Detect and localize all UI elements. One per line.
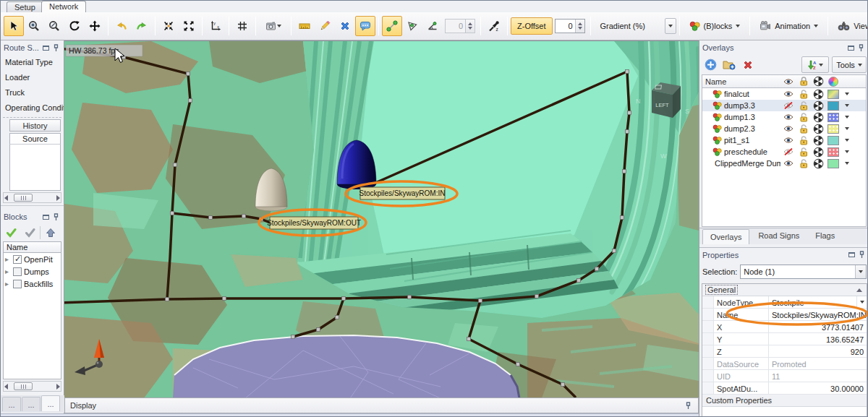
lock-icon[interactable] (796, 147, 811, 157)
chevron-down-icon[interactable] (855, 265, 866, 278)
stockpile-in-label[interactable]: Stockpiles/SkywayROM:IN (359, 187, 446, 199)
visibility-toggle-icon[interactable] (780, 137, 796, 144)
viewport-3d[interactable]: N S W LEFT (64, 40, 699, 397)
lock-column-icon[interactable] (796, 77, 811, 86)
property-row-y[interactable]: Y136.65247 (702, 333, 867, 345)
swatch-dropdown[interactable] (841, 150, 853, 153)
property-value[interactable]: 30.00000 (769, 382, 867, 394)
history-list[interactable] (9, 145, 61, 191)
select-tool-button[interactable] (4, 16, 24, 36)
lock-icon[interactable] (796, 159, 811, 168)
collapse-icon[interactable] (856, 288, 862, 292)
property-row-datasource[interactable]: DataSourcePromoted (702, 358, 867, 370)
labels-toggle-button[interactable] (355, 16, 375, 36)
color-swatch[interactable] (827, 124, 839, 134)
property-row-name[interactable]: NameStockpiles/SkywayROM:IN (702, 309, 867, 321)
views-menu-button[interactable]: Views (831, 17, 868, 35)
pinwheel-icon[interactable] (811, 147, 826, 158)
color-swatch[interactable] (827, 113, 839, 122)
lock-icon[interactable] (796, 90, 811, 99)
history-header[interactable]: History (9, 119, 61, 132)
checkbox[interactable] (13, 267, 22, 276)
pinwheel-icon[interactable] (811, 100, 826, 111)
scroll-left-icon[interactable] (4, 384, 8, 390)
scrollbar-thumb[interactable] (14, 194, 33, 202)
add-overlay-button[interactable] (702, 56, 719, 73)
scroll-left-icon[interactable] (4, 195, 8, 201)
color-swatch[interactable] (827, 90, 839, 99)
tab-road-signs[interactable]: Road Signs (751, 228, 807, 244)
property-row-x[interactable]: X3773.01407 (702, 321, 867, 333)
overlay-row[interactable]: dump2.3 (702, 123, 866, 134)
nav-cube[interactable]: LEFT (652, 82, 681, 118)
rotate-view-button[interactable] (64, 16, 85, 36)
mini-tab-2[interactable]: ... (22, 397, 41, 411)
angle-tool-button[interactable]: z (422, 16, 443, 36)
measure-button[interactable] (294, 16, 315, 36)
property-row-z[interactable]: Z920 (702, 345, 867, 358)
add-folder-button[interactable] (720, 56, 738, 73)
expander-icon[interactable]: ▸ (5, 280, 11, 288)
pinwheel-icon[interactable] (811, 89, 826, 100)
swatch-dropdown[interactable] (841, 104, 853, 107)
route-item-loader[interactable]: Loader (1, 70, 64, 85)
property-value[interactable]: Stockpiles/SkywayROM:IN (769, 309, 867, 320)
tree-item-dumps[interactable]: ▸Dumps (4, 265, 61, 278)
swatch-dropdown[interactable] (841, 139, 853, 142)
lasso-select-button[interactable] (402, 16, 422, 36)
property-value[interactable]: 136.65247 (769, 333, 867, 345)
spinner-arrows-icon[interactable] (575, 20, 584, 33)
history-scrollbar[interactable] (3, 192, 61, 203)
snapshot-button[interactable] (259, 16, 288, 36)
check-all-button[interactable] (2, 225, 20, 241)
chevron-down-icon[interactable] (856, 296, 867, 308)
maximize-icon[interactable] (846, 250, 856, 260)
blocks-scrollbar[interactable] (3, 381, 61, 392)
pinwheel-icon[interactable] (811, 135, 826, 146)
draw-link-button[interactable] (382, 16, 402, 36)
display-bar[interactable]: Display (64, 397, 699, 413)
swatch-dropdown[interactable] (841, 162, 853, 165)
pinwheel-icon[interactable] (811, 112, 826, 123)
pin-icon[interactable] (683, 400, 693, 410)
swatch-dropdown[interactable] (841, 127, 853, 130)
maximize-icon[interactable] (41, 43, 51, 53)
overlay-row[interactable]: finalcut (702, 88, 866, 100)
visibility-toggle-icon[interactable] (780, 160, 796, 167)
tools-menu-button[interactable]: Tools (832, 56, 867, 73)
gradient-mode-button[interactable]: Gradient (%) (594, 17, 663, 35)
pick-z-button[interactable]: z (484, 16, 504, 36)
scrollbar-thumb[interactable] (14, 382, 33, 390)
expand-view-button[interactable] (179, 16, 199, 36)
pan-button[interactable] (85, 16, 105, 36)
scroll-right-icon[interactable] (56, 195, 60, 201)
pinwheel-column-icon[interactable] (811, 76, 826, 87)
source-column-header[interactable]: Source (9, 133, 61, 145)
visibility-toggle-icon[interactable] (780, 90, 796, 98)
expander-icon[interactable]: ▸ (5, 267, 11, 275)
visibility-toggle-icon[interactable] (780, 102, 796, 109)
property-value[interactable]: 3773.01407 (769, 321, 867, 332)
group-custom-properties[interactable]: Custom Properties (702, 395, 867, 407)
swatch-dropdown[interactable] (841, 93, 853, 95)
lock-icon[interactable] (796, 113, 811, 122)
blocks-menu-button[interactable]: (B)locks (683, 17, 747, 35)
overlay-row[interactable]: dump1.3 (702, 111, 866, 123)
pin-icon[interactable] (51, 212, 61, 222)
color-swatch[interactable] (827, 101, 839, 111)
uncheck-all-button[interactable] (21, 225, 38, 241)
color-swatch[interactable] (827, 147, 839, 157)
remove-overlay-button[interactable] (739, 56, 757, 73)
tab-flags[interactable]: Flags (808, 228, 842, 244)
selection-combobox[interactable]: Node (1) (740, 265, 867, 279)
zoom-button[interactable] (44, 16, 64, 36)
tab-overlays[interactable]: Overlays (702, 229, 749, 244)
delete-button[interactable] (335, 16, 355, 36)
color-swatch[interactable] (827, 159, 839, 168)
tree-item-openpit[interactable]: ▸OpenPit (4, 253, 61, 265)
lock-icon[interactable] (796, 136, 811, 145)
pin-icon[interactable] (51, 43, 61, 53)
visibility-column-icon[interactable] (780, 78, 796, 85)
lock-icon[interactable] (796, 124, 811, 134)
tab-setup[interactable]: Setup (7, 1, 43, 12)
